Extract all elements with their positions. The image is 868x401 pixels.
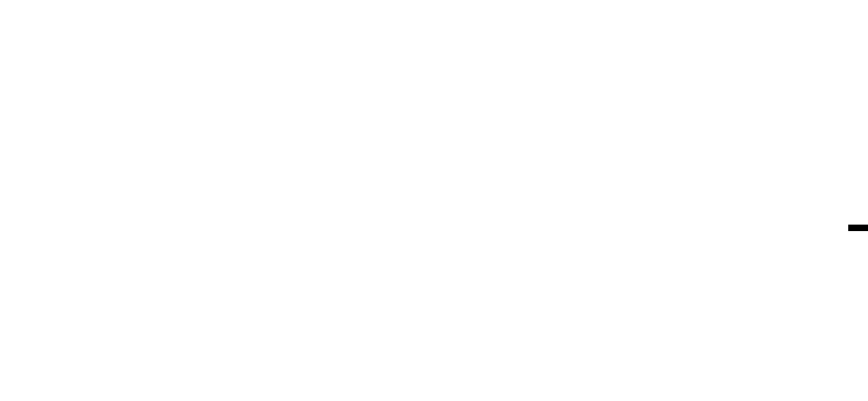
trading-terminal-window — [0, 0, 868, 401]
dea-readout — [260, 260, 269, 268]
current-price-badge — [848, 225, 868, 231]
macd-readout — [364, 260, 372, 268]
chart-canvas[interactable] — [0, 0, 868, 401]
symbol-header[interactable] — [4, 2, 6, 8]
